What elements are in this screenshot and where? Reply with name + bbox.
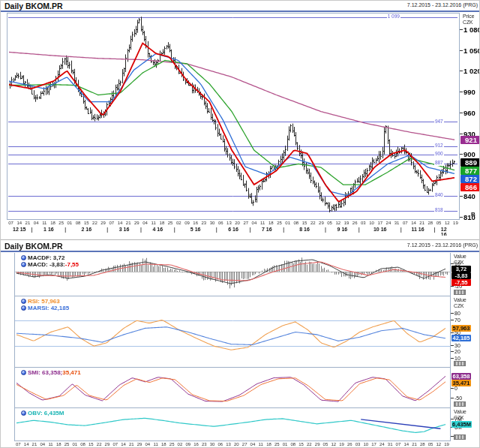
x-tick-day: 19 — [344, 221, 350, 225]
x-tick-day: 11 — [42, 221, 46, 225]
macd-canvas[interactable] — [15, 253, 450, 296]
x-tick-day: 07 — [16, 442, 21, 446]
hline-label: 1 099 — [387, 14, 400, 20]
rsi-axis-gutter[interactable]: ValueCZK80705030201057,96342,185 — [451, 296, 480, 368]
x-tick-day: 11 — [153, 442, 158, 446]
smi-axis-gutter[interactable]: 0-5063,35835,471 — [451, 368, 480, 408]
tick-mark — [460, 196, 463, 197]
x-tick-day: 11 — [260, 221, 265, 225]
x-tick-day: 13 — [226, 221, 232, 225]
b-marker: B — [471, 211, 476, 218]
y-tick-label: 0 — [454, 386, 458, 391]
axis-title-line: Value — [454, 297, 466, 302]
x-tick-day: 24 — [386, 221, 392, 225]
x-tick-day: 24 — [380, 442, 385, 446]
indicator-icon[interactable] — [21, 299, 26, 304]
y-tick-label: 80 — [454, 311, 460, 316]
hline-label: 947 — [434, 119, 444, 125]
x-tick-day: 05 — [428, 442, 434, 446]
price-y-tick: 840 — [460, 192, 476, 200]
tick-mark — [451, 358, 454, 359]
month-separator: | — [325, 227, 326, 232]
rsi-canvas[interactable] — [15, 296, 450, 367]
month-separator: | — [249, 227, 250, 232]
indicator-icon[interactable] — [21, 305, 26, 311]
tick-mark — [460, 29, 463, 30]
month-separator: | — [106, 227, 108, 232]
rsi-legend-row: RSI: 57,963 — [21, 298, 60, 305]
x-tick-day: 18 — [266, 442, 272, 446]
x-tick-day: 12 — [331, 442, 336, 446]
price-y-tick: 900 — [460, 150, 476, 158]
x-tick-day: 06 — [218, 442, 223, 446]
x-tick-month: 11 16 — [411, 227, 424, 232]
indicator-icon[interactable] — [21, 262, 26, 267]
y-tick-label: 840 — [464, 192, 476, 200]
x-tick-day: 25 — [277, 221, 282, 225]
x-tick-month: 7 16 — [262, 227, 272, 232]
x-tick-day: 21 — [412, 442, 417, 446]
macd-plot-area[interactable]: MACDF: 3,72MACD: -3,83: -7,55 — [14, 253, 451, 296]
rsi-plot-area[interactable]: RSI: 57,963MARSI: 42,185 — [14, 296, 451, 368]
x-tick-day: 17 — [371, 442, 376, 446]
price-y-tick: 1 050 — [460, 47, 480, 55]
x-tick-month: 9 16 — [338, 227, 348, 232]
x-tick-day: 28 — [428, 221, 434, 225]
x-tick-day: 20 — [234, 442, 239, 446]
month-separator: | — [400, 227, 402, 232]
x-tick-day: 06 — [218, 221, 224, 225]
macd-axis-gutter[interactable]: ValueCZK10-203,72-3,83-7,55 — [451, 253, 480, 296]
x-tick-day: 04 — [40, 442, 45, 446]
x-tick-day: 11 — [152, 221, 156, 225]
obv-axis-gutter[interactable]: ValueCZK7M6M5M6,435M — [451, 408, 480, 441]
x-tick-day: 25 — [168, 221, 173, 225]
legend-text: RSI: 57,963 — [28, 298, 60, 305]
obv-plot-area[interactable]: OBV: 6,435M — [14, 408, 451, 441]
tick-mark — [451, 332, 454, 333]
obv-canvas[interactable] — [15, 408, 450, 440]
x-tick-day: 01 — [283, 442, 288, 446]
x-tick-day: 27 — [243, 221, 248, 225]
x-tick-day: 03 — [356, 442, 361, 446]
indicator-icon[interactable] — [21, 410, 26, 416]
x-tick-day: 30 — [210, 442, 215, 446]
scale-handle-icon[interactable] — [454, 290, 466, 295]
x-tick-day: 21 — [419, 221, 424, 225]
x-tick-day: 02 — [176, 221, 182, 225]
x-tick-day: 14 — [411, 221, 416, 225]
x-tick-day: 08 — [294, 221, 299, 225]
x-tick-month: 1 16 — [44, 227, 54, 232]
price-y-tick: 1 020 — [460, 67, 480, 75]
x-tick-day: 14 — [24, 442, 29, 446]
time-axis-2[interactable]: 0714210411182501081522290714212904111825… — [14, 442, 451, 448]
scale-handle-icon[interactable] — [454, 361, 466, 366]
indicator-icon[interactable] — [21, 370, 26, 375]
x-tick-day: 17 — [377, 221, 382, 225]
y-tick-label: 960 — [464, 109, 476, 117]
smi-plot-area[interactable]: SMI: 63,358; 35,471 — [14, 368, 451, 408]
x-tick-month: 10 16 — [374, 227, 387, 232]
scale-handle-icon[interactable] — [454, 401, 466, 407]
x-tick-day: 18 — [268, 221, 274, 225]
x-tick-day: 14 — [404, 442, 409, 446]
obv-legend-row: OBV: 6,435M — [21, 410, 64, 416]
tick-mark — [451, 351, 454, 352]
price-axis-gutter[interactable]: PriceCZK1 0801 0501 02099096093090084081… — [460, 13, 480, 220]
x-tick-day: 18 — [50, 221, 56, 225]
x-tick-day: 25 — [170, 442, 175, 446]
x-tick-day: 07 — [8, 221, 14, 225]
time-axis[interactable]: 0714210411182501081522290714212904111825… — [7, 221, 460, 236]
rsi-price-badge: 42,185 — [452, 335, 471, 341]
month-separator: | — [216, 227, 218, 232]
x-tick-day: 14 — [121, 442, 126, 446]
y-tick-label: 20 — [454, 349, 460, 354]
x-tick-day: 03 — [361, 221, 366, 225]
price-price-badge: 872 — [460, 175, 480, 183]
indicator-icon[interactable] — [21, 255, 26, 260]
x-tick-month: 2 16 — [81, 227, 92, 232]
scale-handle-icon[interactable] — [454, 434, 466, 440]
price-canvas[interactable] — [8, 14, 459, 219]
chart-title: Daily BKOM.PR — [4, 2, 63, 11]
x-tick-day: 28 — [420, 442, 425, 446]
price-plot-area[interactable]: 1 099947912900887840818 — [7, 13, 460, 220]
